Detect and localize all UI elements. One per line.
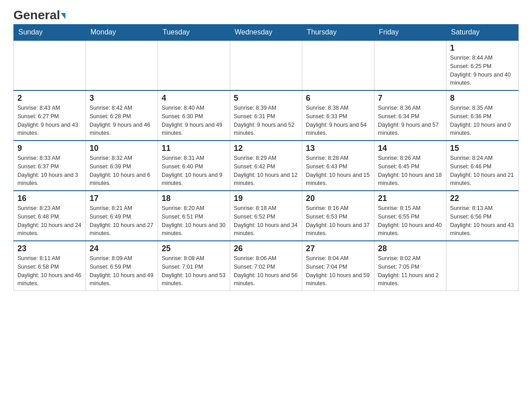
calendar-cell: 4Sunrise: 8:40 AMSunset: 6:30 PMDaylight… <box>158 90 230 141</box>
calendar-cell <box>86 40 158 90</box>
day-number: 9 <box>17 144 82 153</box>
day-info: Sunrise: 8:20 AMSunset: 6:51 PMDaylight:… <box>162 204 226 238</box>
calendar-cell <box>374 40 446 90</box>
calendar-cell <box>302 40 374 90</box>
day-number: 17 <box>90 194 154 203</box>
day-info: Sunrise: 8:08 AMSunset: 7:01 PMDaylight:… <box>162 254 226 288</box>
day-number: 28 <box>378 244 442 253</box>
day-info: Sunrise: 8:29 AMSunset: 6:42 PMDaylight:… <box>234 154 298 188</box>
calendar-cell: 11Sunrise: 8:31 AMSunset: 6:40 PMDayligh… <box>158 141 230 191</box>
calendar-cell: 24Sunrise: 8:09 AMSunset: 6:59 PMDayligh… <box>86 241 158 291</box>
day-info: Sunrise: 8:06 AMSunset: 7:02 PMDaylight:… <box>234 254 298 288</box>
calendar-cell: 23Sunrise: 8:11 AMSunset: 6:58 PMDayligh… <box>14 241 86 291</box>
calendar-cell <box>446 241 519 291</box>
calendar-cell: 22Sunrise: 8:13 AMSunset: 6:56 PMDayligh… <box>446 191 519 241</box>
day-info: Sunrise: 8:42 AMSunset: 6:28 PMDaylight:… <box>90 104 154 137</box>
calendar-cell: 21Sunrise: 8:15 AMSunset: 6:55 PMDayligh… <box>374 191 446 241</box>
day-number: 22 <box>450 194 515 203</box>
day-info: Sunrise: 8:23 AMSunset: 6:48 PMDaylight:… <box>17 204 82 238</box>
week-row-5: 23Sunrise: 8:11 AMSunset: 6:58 PMDayligh… <box>14 241 519 291</box>
day-number: 8 <box>450 94 515 103</box>
calendar-cell: 25Sunrise: 8:08 AMSunset: 7:01 PMDayligh… <box>158 241 230 291</box>
day-number: 21 <box>378 194 442 203</box>
day-info: Sunrise: 8:21 AMSunset: 6:49 PMDaylight:… <box>90 204 154 238</box>
day-info: Sunrise: 8:16 AMSunset: 6:53 PMDaylight:… <box>306 204 370 238</box>
page-header: General <box>13 9 519 20</box>
calendar-cell: 12Sunrise: 8:29 AMSunset: 6:42 PMDayligh… <box>230 141 302 191</box>
day-number: 13 <box>306 144 370 153</box>
weekday-header-friday: Friday <box>374 25 446 41</box>
day-info: Sunrise: 8:44 AMSunset: 6:25 PMDaylight:… <box>450 54 515 87</box>
day-info: Sunrise: 8:28 AMSunset: 6:43 PMDaylight:… <box>306 154 370 188</box>
calendar-cell: 20Sunrise: 8:16 AMSunset: 6:53 PMDayligh… <box>302 191 374 241</box>
calendar-cell: 16Sunrise: 8:23 AMSunset: 6:48 PMDayligh… <box>14 191 86 241</box>
day-info: Sunrise: 8:32 AMSunset: 6:39 PMDaylight:… <box>90 154 154 188</box>
day-info: Sunrise: 8:33 AMSunset: 6:37 PMDaylight:… <box>17 154 82 188</box>
calendar-cell: 14Sunrise: 8:26 AMSunset: 6:45 PMDayligh… <box>374 141 446 191</box>
day-number: 2 <box>17 94 82 103</box>
day-number: 7 <box>378 94 442 103</box>
calendar-cell: 2Sunrise: 8:43 AMSunset: 6:27 PMDaylight… <box>14 90 86 141</box>
calendar-cell: 1Sunrise: 8:44 AMSunset: 6:25 PMDaylight… <box>446 40 519 90</box>
weekday-header-thursday: Thursday <box>302 25 374 41</box>
day-number: 27 <box>306 244 370 253</box>
day-info: Sunrise: 8:39 AMSunset: 6:31 PMDaylight:… <box>234 104 298 137</box>
day-info: Sunrise: 8:04 AMSunset: 7:04 PMDaylight:… <box>306 254 370 288</box>
weekday-header-tuesday: Tuesday <box>158 25 230 41</box>
calendar-cell: 9Sunrise: 8:33 AMSunset: 6:37 PMDaylight… <box>14 141 86 191</box>
day-info: Sunrise: 8:02 AMSunset: 7:05 PMDaylight:… <box>378 254 442 288</box>
day-info: Sunrise: 8:35 AMSunset: 6:36 PMDaylight:… <box>450 104 515 137</box>
day-number: 24 <box>90 244 154 253</box>
weekday-header-wednesday: Wednesday <box>230 25 302 41</box>
day-number: 20 <box>306 194 370 203</box>
day-number: 3 <box>90 94 154 103</box>
weekday-header-row: SundayMondayTuesdayWednesdayThursdayFrid… <box>14 25 519 41</box>
calendar-cell: 28Sunrise: 8:02 AMSunset: 7:05 PMDayligh… <box>374 241 446 291</box>
calendar-cell: 8Sunrise: 8:35 AMSunset: 6:36 PMDaylight… <box>446 90 519 141</box>
day-info: Sunrise: 8:15 AMSunset: 6:55 PMDaylight:… <box>378 204 442 238</box>
calendar-cell: 26Sunrise: 8:06 AMSunset: 7:02 PMDayligh… <box>230 241 302 291</box>
day-info: Sunrise: 8:43 AMSunset: 6:27 PMDaylight:… <box>17 104 82 137</box>
day-number: 16 <box>17 194 82 203</box>
day-info: Sunrise: 8:38 AMSunset: 6:33 PMDaylight:… <box>306 104 370 137</box>
day-info: Sunrise: 8:09 AMSunset: 6:59 PMDaylight:… <box>90 254 154 288</box>
day-number: 19 <box>234 194 298 203</box>
weekday-header-sunday: Sunday <box>14 25 86 41</box>
day-number: 1 <box>450 43 515 53</box>
calendar-cell <box>14 40 86 90</box>
day-info: Sunrise: 8:31 AMSunset: 6:40 PMDaylight:… <box>162 154 226 188</box>
calendar-cell <box>158 40 230 90</box>
week-row-4: 16Sunrise: 8:23 AMSunset: 6:48 PMDayligh… <box>14 191 519 241</box>
calendar-cell: 6Sunrise: 8:38 AMSunset: 6:33 PMDaylight… <box>302 90 374 141</box>
week-row-2: 2Sunrise: 8:43 AMSunset: 6:27 PMDaylight… <box>14 90 519 141</box>
day-number: 15 <box>450 144 515 153</box>
logo-line1: General <box>13 9 65 21</box>
week-row-1: 1Sunrise: 8:44 AMSunset: 6:25 PMDaylight… <box>14 40 519 90</box>
calendar-table: SundayMondayTuesdayWednesdayThursdayFrid… <box>13 24 519 291</box>
day-number: 14 <box>378 144 442 153</box>
calendar-cell: 27Sunrise: 8:04 AMSunset: 7:04 PMDayligh… <box>302 241 374 291</box>
calendar-cell <box>230 40 302 90</box>
day-number: 4 <box>162 94 226 103</box>
day-number: 23 <box>17 244 82 253</box>
day-number: 18 <box>162 194 226 203</box>
calendar-cell: 7Sunrise: 8:36 AMSunset: 6:34 PMDaylight… <box>374 90 446 141</box>
day-info: Sunrise: 8:18 AMSunset: 6:52 PMDaylight:… <box>234 204 298 238</box>
day-info: Sunrise: 8:26 AMSunset: 6:45 PMDaylight:… <box>378 154 442 188</box>
day-info: Sunrise: 8:24 AMSunset: 6:46 PMDaylight:… <box>450 154 515 188</box>
logo-triangle-icon <box>61 13 65 19</box>
day-info: Sunrise: 8:40 AMSunset: 6:30 PMDaylight:… <box>162 104 226 137</box>
weekday-header-monday: Monday <box>86 25 158 41</box>
week-row-3: 9Sunrise: 8:33 AMSunset: 6:37 PMDaylight… <box>14 141 519 191</box>
day-number: 6 <box>306 94 370 103</box>
day-info: Sunrise: 8:36 AMSunset: 6:34 PMDaylight:… <box>378 104 442 137</box>
calendar-cell: 17Sunrise: 8:21 AMSunset: 6:49 PMDayligh… <box>86 191 158 241</box>
day-number: 5 <box>234 94 298 103</box>
day-number: 26 <box>234 244 298 253</box>
calendar-cell: 5Sunrise: 8:39 AMSunset: 6:31 PMDaylight… <box>230 90 302 141</box>
calendar-cell: 18Sunrise: 8:20 AMSunset: 6:51 PMDayligh… <box>158 191 230 241</box>
day-info: Sunrise: 8:13 AMSunset: 6:56 PMDaylight:… <box>450 204 515 238</box>
logo: General <box>13 9 65 20</box>
weekday-header-saturday: Saturday <box>446 25 519 41</box>
day-number: 10 <box>90 144 154 153</box>
